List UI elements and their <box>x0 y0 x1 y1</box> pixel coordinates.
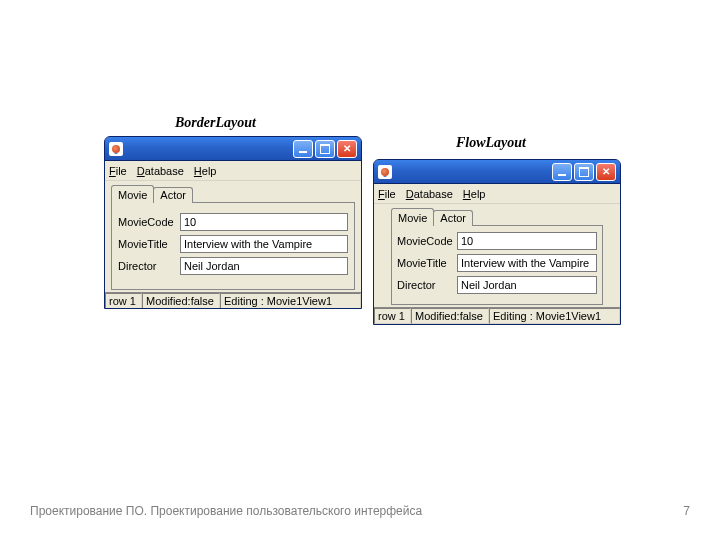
window-flowlayout: File Database Help Movie Actor MovieCode… <box>373 159 621 325</box>
menu-file[interactable]: File <box>109 165 127 177</box>
input-director[interactable]: Neil Jordan <box>457 276 597 294</box>
status-row: row 1 <box>105 293 142 309</box>
tab-movie[interactable]: Movie <box>391 208 434 226</box>
java-icon <box>378 165 392 179</box>
caption-border: BorderLayout <box>175 115 256 131</box>
caption-flow: FlowLayout <box>456 135 526 151</box>
titlebar[interactable] <box>105 137 361 161</box>
input-movietitle[interactable]: Interview with the Vampire <box>180 235 348 253</box>
titlebar[interactable] <box>374 160 620 184</box>
label-moviecode: MovieCode <box>397 235 457 247</box>
slide-footer: Проектирование ПО. Проектирование пользо… <box>0 504 720 518</box>
label-movietitle: MovieTitle <box>397 257 457 269</box>
java-icon <box>109 142 123 156</box>
status-modified: Modified:false <box>142 293 220 309</box>
tab-actor[interactable]: Actor <box>153 187 193 203</box>
footer-text: Проектирование ПО. Проектирование пользо… <box>30 504 422 518</box>
statusbar: row 1 Modified:false Editing : Movie1Vie… <box>374 307 620 324</box>
maximize-button[interactable] <box>315 140 335 158</box>
label-movietitle: MovieTitle <box>118 238 180 250</box>
maximize-button[interactable] <box>574 163 594 181</box>
input-moviecode[interactable]: 10 <box>180 213 348 231</box>
client-area: Movie Actor MovieCode 10 MovieTitle Inte… <box>374 204 620 307</box>
minimize-button[interactable] <box>552 163 572 181</box>
status-row: row 1 <box>374 308 411 324</box>
input-director[interactable]: Neil Jordan <box>180 257 348 275</box>
menu-file[interactable]: File <box>378 188 396 200</box>
label-director: Director <box>118 260 180 272</box>
menu-help[interactable]: Help <box>463 188 486 200</box>
tab-movie[interactable]: Movie <box>111 185 154 203</box>
statusbar: row 1 Modified:false Editing : Movie1Vie… <box>105 292 361 309</box>
input-moviecode[interactable]: 10 <box>457 232 597 250</box>
status-editing: Editing : Movie1View1 <box>489 308 620 324</box>
close-button[interactable] <box>596 163 616 181</box>
label-director: Director <box>397 279 457 291</box>
input-movietitle[interactable]: Interview with the Vampire <box>457 254 597 272</box>
menu-help[interactable]: Help <box>194 165 217 177</box>
menu-database[interactable]: Database <box>406 188 453 200</box>
minimize-button[interactable] <box>293 140 313 158</box>
close-button[interactable] <box>337 140 357 158</box>
menu-database[interactable]: Database <box>137 165 184 177</box>
window-borderlayout: File Database Help Movie Actor MovieCode… <box>104 136 362 309</box>
label-moviecode: MovieCode <box>118 216 180 228</box>
tab-actor[interactable]: Actor <box>433 210 473 226</box>
status-modified: Modified:false <box>411 308 489 324</box>
client-area: Movie Actor MovieCode 10 MovieTitle Inte… <box>105 181 361 292</box>
menubar: File Database Help <box>374 184 620 204</box>
menubar: File Database Help <box>105 161 361 181</box>
page-number: 7 <box>683 504 690 518</box>
status-editing: Editing : Movie1View1 <box>220 293 361 309</box>
